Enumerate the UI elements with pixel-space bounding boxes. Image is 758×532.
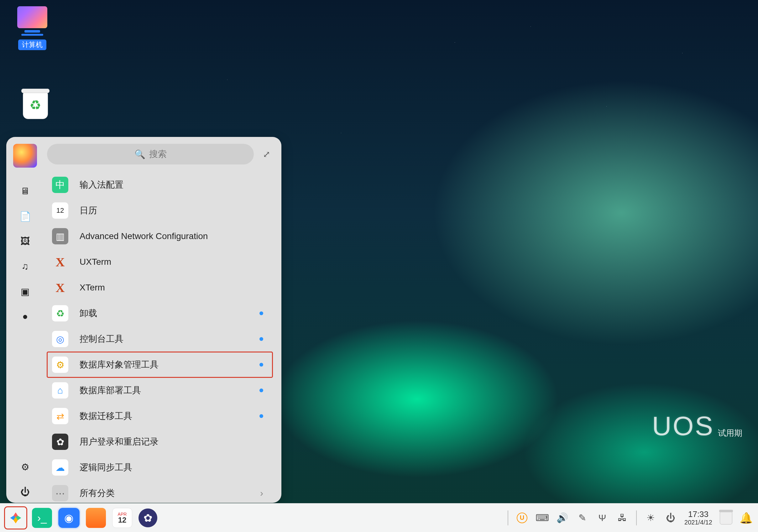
app-label: 数据迁移工具 <box>80 410 132 422</box>
rail-launcher-home[interactable] <box>13 144 37 168</box>
new-indicator-icon <box>259 388 263 392</box>
desktop-icon-trash[interactable]: ♻ <box>15 91 56 121</box>
bell-icon: 🔔 <box>740 512 753 524</box>
control-center-icon: ✿ <box>144 512 152 524</box>
start-menu: 🖥 📄 🖼 ♫ ▣ ● ⚙ ⏻ 🔍 搜索 ⤢ 中 输入法配置 12 日 <box>6 137 281 503</box>
tray-clock[interactable]: 17:33 2021/4/12 <box>684 510 712 526</box>
app-input-method[interactable]: 中 输入法配置 <box>47 172 273 198</box>
rail-cat-images[interactable]: 🖼 <box>14 230 36 252</box>
taskbar-app-store-button[interactable] <box>86 508 106 528</box>
app-label: Advanced Network Configuration <box>80 231 208 241</box>
start-menu-main: 🔍 搜索 ⤢ 中 输入法配置 12 日历 ▥ Advanced Network … <box>44 137 281 503</box>
launcher-icon <box>9 511 22 524</box>
tray-update[interactable]: U <box>516 513 528 523</box>
app-data-migration[interactable]: ⇄ 数据迁移工具 <box>47 403 273 429</box>
pen-icon: ✎ <box>578 512 586 523</box>
app-label: UXTerm <box>80 257 111 267</box>
start-menu-rail: 🖥 📄 🖼 ♫ ▣ ● ⚙ ⏻ <box>6 137 44 503</box>
rail-settings[interactable]: ⚙ <box>14 456 36 478</box>
document-icon: 📄 <box>19 211 31 222</box>
tray-separator <box>636 510 637 525</box>
rail-cat-internet[interactable]: ● <box>14 306 36 327</box>
tray-keyboard[interactable]: ⌨ <box>536 512 548 523</box>
keyboard-icon: ⌨ <box>535 512 549 523</box>
search-input[interactable]: 🔍 搜索 <box>47 144 254 164</box>
desktop-icon-computer[interactable]: 计算机 <box>12 6 52 50</box>
tray-separator <box>508 510 508 525</box>
taskbar-calendar-button[interactable]: APR 12 <box>112 508 132 528</box>
wired-network-icon: 🖧 <box>618 513 627 523</box>
taskbar-file-manager-button[interactable]: ◉ <box>58 508 80 528</box>
app-login-restart-log[interactable]: ✿ 用户登录和重启记录 <box>47 429 273 455</box>
app-label: 所有分类 <box>80 487 115 499</box>
uos-brand-logo: UOS <box>652 411 714 442</box>
folder-icon: ◉ <box>64 512 74 524</box>
search-icon: 🔍 <box>134 149 145 159</box>
package-icon: ⌂ <box>52 382 68 399</box>
rail-cat-video[interactable]: ▣ <box>14 281 36 302</box>
tray-usb[interactable]: Ψ <box>596 513 608 523</box>
gear-icon: ⚙ <box>21 461 29 473</box>
music-icon: ♫ <box>21 261 29 272</box>
desktop-icon-computer-label: 计算机 <box>18 40 46 50</box>
app-db-deploy[interactable]: ⌂ 数据库部署工具 <box>47 378 273 403</box>
uxterm-icon: X <box>52 254 68 270</box>
taskbar-control-center-button[interactable]: ✿ <box>139 509 157 527</box>
app-label: 数据库对象管理工具 <box>80 359 158 371</box>
computer-icon <box>17 6 47 28</box>
app-calendar[interactable]: 12 日历 <box>47 198 273 223</box>
taskbar-launcher-button[interactable] <box>6 508 26 528</box>
fullscreen-toggle[interactable]: ⤢ <box>260 148 273 160</box>
rail-cat-computer[interactable]: 🖥 <box>14 180 36 202</box>
taskbar-terminal-button[interactable]: ›_ <box>32 508 52 528</box>
app-advanced-network[interactable]: ▥ Advanced Network Configuration <box>47 223 273 249</box>
picture-icon: 🖼 <box>20 236 30 247</box>
cloud-icon: ☁ <box>52 459 68 476</box>
search-placeholder: 搜索 <box>149 148 167 160</box>
app-list: 中 输入法配置 12 日历 ▥ Advanced Network Configu… <box>47 172 273 506</box>
power-icon: ⏻ <box>666 513 675 523</box>
trash-icon <box>720 511 732 524</box>
clock-time: 17:33 <box>688 510 708 519</box>
app-db-object-management[interactable]: ⚙ 数据库对象管理工具 <box>47 352 273 378</box>
new-indicator-icon <box>259 363 263 367</box>
rail-cat-music[interactable]: ♫ <box>14 255 36 277</box>
update-icon: U <box>517 513 527 523</box>
target-icon: ◎ <box>52 331 68 347</box>
transfer-icon: ⇄ <box>52 408 68 424</box>
app-label: 卸载 <box>80 307 97 319</box>
new-indicator-icon <box>259 414 263 418</box>
rail-cat-documents[interactable]: 📄 <box>14 205 36 227</box>
calendar-day: 12 <box>118 516 126 524</box>
gear-dark-icon: ✿ <box>52 434 68 450</box>
video-icon: ▣ <box>21 286 29 297</box>
tray-notifications[interactable]: 🔔 <box>740 512 752 524</box>
tray-shutdown[interactable]: ⏻ <box>664 513 677 523</box>
app-logical-sync[interactable]: ☁ 逻辑同步工具 <box>47 455 273 480</box>
monitor-icon: 🖥 <box>20 186 30 196</box>
calendar-icon: 12 <box>52 202 68 219</box>
tray-trash[interactable] <box>720 511 732 524</box>
brightness-icon: ☀ <box>646 512 655 523</box>
app-label: 输入法配置 <box>80 179 123 191</box>
gear-icon: ⚙ <box>52 356 68 373</box>
network-icon: ▥ <box>52 228 68 244</box>
chevron-right-icon: › <box>260 488 263 498</box>
app-uninstall[interactable]: ♻ 卸载 <box>47 300 273 326</box>
app-console-tools[interactable]: ◎ 控制台工具 <box>47 326 273 352</box>
uos-trial-text: 试用期 <box>718 428 742 439</box>
app-label: 数据库部署工具 <box>80 384 141 396</box>
dots-icon: ⋯ <box>52 485 68 501</box>
app-label: 用户登录和重启记录 <box>80 436 158 448</box>
rail-power[interactable]: ⏻ <box>14 481 36 503</box>
app-all-categories[interactable]: ⋯ 所有分类 › <box>47 480 273 506</box>
tray-network[interactable]: 🖧 <box>616 513 629 523</box>
taskbar-left: ›_ ◉ APR 12 ✿ <box>6 508 157 528</box>
xterm-icon: X <box>52 280 68 296</box>
app-xterm[interactable]: X XTerm <box>47 275 273 300</box>
app-uxterm[interactable]: X UXTerm <box>47 249 273 275</box>
tray-pen[interactable]: ✎ <box>576 512 589 523</box>
tray-brightness[interactable]: ☀ <box>644 512 657 523</box>
new-indicator-icon <box>259 312 263 315</box>
tray-volume[interactable]: 🔊 <box>556 512 568 523</box>
